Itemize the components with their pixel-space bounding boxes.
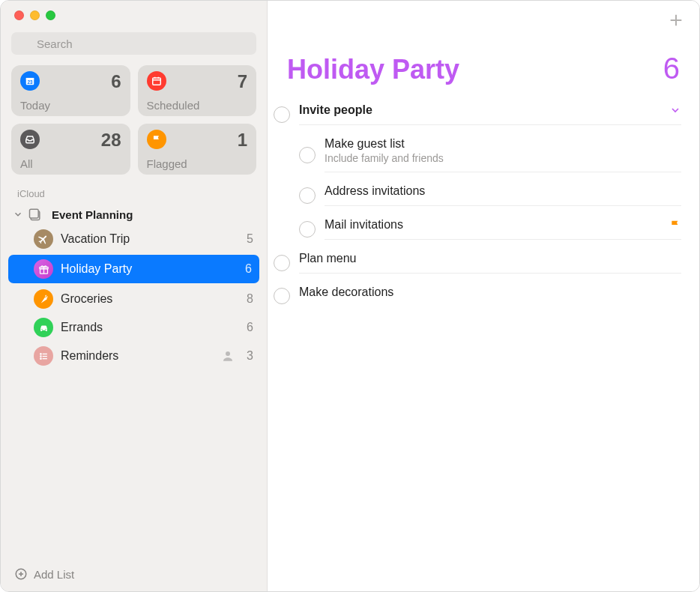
list-name: Reminders	[61, 349, 214, 363]
svg-point-15	[45, 328, 46, 329]
reminder-item[interactable]: Address invitations	[274, 178, 686, 212]
reminder-title: Plan menu	[299, 252, 681, 265]
reminder-title: Make decorations	[299, 286, 681, 299]
reminder-item[interactable]: Plan menu	[274, 246, 686, 280]
lists-container: Vacation Trip5Holiday Party6Groceries8Er…	[1, 225, 267, 370]
new-reminder-button[interactable]	[668, 12, 684, 28]
add-list-label: Add List	[34, 568, 74, 581]
airplane-icon	[34, 229, 53, 249]
complete-toggle[interactable]	[274, 255, 290, 271]
expand-subtasks-button[interactable]	[669, 104, 681, 116]
reminder-title: Mail invitations	[325, 218, 662, 232]
list-name: Vacation Trip	[61, 232, 239, 246]
toolbar	[268, 1, 699, 40]
minimize-button[interactable]	[30, 10, 40, 20]
search-container	[1, 29, 267, 61]
scheduled-card[interactable]: 7 Scheduled	[138, 65, 257, 116]
list-count: 6	[247, 321, 253, 334]
reminder-item[interactable]: Mail invitations	[274, 212, 686, 246]
chevron-down-icon	[13, 209, 23, 220]
list-item-errands[interactable]: Errands6	[1, 313, 267, 342]
reminders-container: Invite peopleMake guest listInclude fami…	[268, 90, 699, 312]
scheduled-label: Scheduled	[147, 99, 248, 112]
sidebar: 23 6 Today 7 Scheduled	[1, 1, 268, 591]
window-titlebar	[1, 1, 267, 29]
svg-point-22	[226, 351, 230, 356]
tray-icon	[20, 130, 40, 149]
list-icon	[34, 346, 53, 366]
reminder-body: Make guest listInclude family and friend…	[325, 137, 681, 172]
list-name: Errands	[61, 321, 239, 334]
scheduled-count: 7	[238, 71, 247, 92]
flagged-label: Flagged	[147, 157, 248, 170]
reminder-title: Invite people	[299, 103, 372, 117]
gift-icon	[34, 259, 53, 279]
list-item-holiday-party[interactable]: Holiday Party6	[8, 255, 259, 283]
today-label: Today	[20, 99, 121, 112]
reminder-body: Invite people	[299, 103, 681, 125]
list-item-reminders[interactable]: Reminders3	[1, 342, 267, 370]
smart-lists: 23 6 Today 7 Scheduled	[1, 61, 267, 175]
flagged-card[interactable]: 1 Flagged	[138, 124, 257, 175]
maximize-button[interactable]	[46, 10, 55, 20]
all-count: 28	[101, 130, 121, 151]
folder-stack-icon	[28, 207, 43, 222]
list-item-groceries[interactable]: Groceries8	[1, 285, 267, 313]
svg-text:23: 23	[27, 79, 33, 85]
complete-toggle[interactable]	[274, 288, 290, 304]
svg-rect-10	[30, 209, 39, 218]
calendar-today-icon: 23	[20, 71, 40, 91]
folder-row[interactable]: Event Planning	[1, 204, 267, 225]
reminder-note: Include family and friends	[325, 152, 681, 164]
carrot-icon	[34, 289, 53, 309]
reminder-body: Plan menu	[299, 252, 681, 274]
all-label: All	[20, 157, 121, 170]
complete-toggle[interactable]	[274, 106, 290, 123]
list-count: 3	[247, 349, 253, 363]
flag-icon	[669, 219, 681, 231]
all-card[interactable]: 28 All	[11, 124, 130, 175]
car-icon	[34, 318, 53, 337]
search-input[interactable]	[11, 32, 256, 55]
reminder-item[interactable]: Invite people	[274, 97, 686, 131]
reminder-item[interactable]: Make decorations	[274, 280, 686, 312]
svg-point-21	[40, 358, 40, 359]
today-count: 6	[111, 71, 121, 92]
list-name: Holiday Party	[61, 262, 238, 276]
flag-icon	[147, 130, 166, 149]
svg-point-19	[40, 353, 40, 354]
reminder-body: Mail invitations	[325, 218, 681, 240]
list-title-row: Holiday Party 6	[268, 40, 699, 90]
list-count: 6	[245, 262, 252, 276]
reminder-title: Make guest list	[325, 137, 681, 151]
list-title: Holiday Party	[287, 54, 459, 85]
reminder-item[interactable]: Make guest listInclude family and friend…	[274, 131, 686, 178]
shared-icon	[221, 349, 239, 363]
list-count: 8	[247, 292, 253, 306]
svg-point-20	[40, 355, 40, 356]
list-name: Groceries	[61, 292, 239, 306]
calendar-icon	[147, 71, 166, 91]
flagged-count: 1	[238, 130, 247, 151]
app-window: 23 6 Today 7 Scheduled	[0, 0, 700, 592]
complete-toggle[interactable]	[299, 221, 316, 238]
folder-name: Event Planning	[52, 208, 133, 221]
list-count: 5	[247, 232, 253, 246]
reminder-body: Address invitations	[325, 184, 681, 206]
list-item-vacation-trip[interactable]: Vacation Trip5	[1, 225, 267, 253]
today-card[interactable]: 23 6 Today	[11, 65, 130, 116]
section-label: iCloud	[1, 175, 267, 204]
svg-point-14	[41, 328, 42, 329]
list-count: 6	[663, 52, 680, 85]
complete-toggle[interactable]	[299, 147, 316, 163]
main-pane: Holiday Party 6 Invite peopleMake guest …	[268, 1, 699, 591]
svg-rect-5	[152, 78, 160, 85]
plus-circle-icon	[14, 567, 28, 581]
reminder-title: Address invitations	[325, 184, 681, 198]
add-list-button[interactable]: Add List	[1, 560, 267, 591]
complete-toggle[interactable]	[299, 187, 316, 204]
reminder-body: Make decorations	[299, 286, 681, 306]
close-button[interactable]	[14, 10, 24, 20]
